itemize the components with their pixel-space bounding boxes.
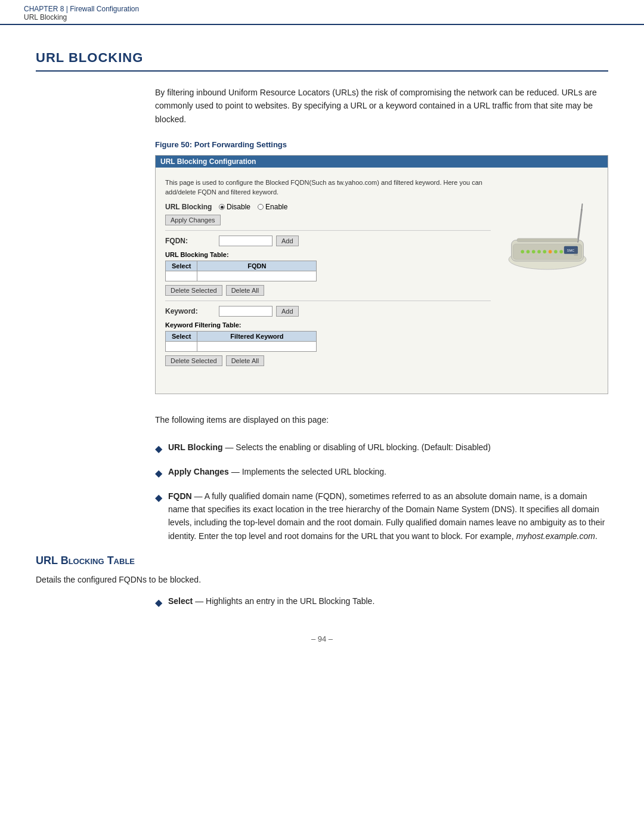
router-image: SMC	[491, 199, 604, 276]
enable-radio-dot[interactable]	[258, 204, 264, 210]
bullet-text-3: FQDN — A fully qualified domain name (FQ…	[168, 490, 608, 543]
sub-title-suffix: Table	[107, 555, 135, 566]
ui-title-bar: URL Blocking Configuration	[156, 156, 608, 168]
svg-point-7	[543, 250, 547, 254]
page-footer: – 94 –	[36, 634, 608, 655]
url-table-empty-fqdn	[197, 271, 317, 281]
bullet-desc-2: Implements the selected URL blocking.	[242, 467, 386, 476]
ui-form-area: This page is used to configure the Block…	[165, 175, 491, 384]
svg-point-10	[559, 250, 563, 254]
keyword-delete-selected-button[interactable]: Delete Selected	[165, 355, 222, 366]
sub-section-desc: Details the configured FQDNs to be block…	[36, 573, 608, 586]
sub-bullet-term: Select	[168, 596, 193, 606]
sub-section-title: URL Blocking Table	[36, 555, 608, 567]
keyword-input[interactable]	[219, 306, 273, 317]
keyword-table-empty-select	[166, 341, 197, 351]
svg-point-4	[527, 250, 530, 254]
bullet-item-fqdn: ◆ FQDN — A fully qualified domain name (…	[155, 490, 608, 543]
sub-section: URL Blocking Table Details the configure…	[36, 555, 608, 611]
sub-bullet-diamond: ◆	[155, 595, 162, 611]
bullet-list: ◆ URL Blocking — Selects the enabling or…	[155, 441, 608, 543]
bullet-item-apply-changes: ◆ Apply Changes — Implements the selecte…	[155, 465, 608, 481]
header-subtitle: URL Blocking	[24, 13, 620, 21]
bullet-italic-3: myhost.example.com	[516, 531, 595, 541]
page-number: – 94 –	[311, 634, 333, 643]
ui-screenshot-container: URL Blocking Configuration This page is …	[155, 155, 608, 394]
url-table-select-header: Select	[166, 261, 197, 271]
disable-label: Disable	[227, 203, 250, 211]
ui-box: This page is used to configure the Block…	[156, 168, 608, 394]
enable-radio-item[interactable]: Enable	[258, 203, 287, 211]
enable-label: Enable	[265, 203, 287, 211]
chapter-number: CHAPTER 8	[24, 5, 64, 13]
bullet-sep-1: —	[223, 442, 236, 452]
url-blocking-row: URL Blocking Disable Enable	[165, 203, 491, 211]
svg-line-13	[578, 210, 582, 242]
bullet-term-2: Apply Changes	[168, 467, 229, 476]
apply-changes-button[interactable]: Apply Changes	[165, 215, 221, 225]
url-table-fqdn-header: FQDN	[197, 261, 317, 271]
chapter-label: CHAPTER 8 | Firewall Configuration	[24, 5, 620, 13]
router-image-area: SMC	[491, 175, 598, 384]
ui-description: This page is used to configure the Block…	[165, 178, 491, 197]
keyword-table-label: Keyword Filtering Table:	[165, 321, 491, 329]
sub-title-main: Blocking	[61, 555, 107, 566]
bullet-item-url-blocking: ◆ URL Blocking — Selects the enabling or…	[155, 441, 608, 457]
url-table-empty-row	[166, 271, 317, 281]
section-title-url: URL	[36, 50, 69, 65]
chapter-title: Firewall Configuration	[70, 5, 139, 13]
keyword-delete-button-row: Delete Selected Delete All	[165, 355, 491, 366]
keyword-table-select-header: Select	[166, 331, 197, 341]
figure-caption: Figure 50: Port Forwarding Settings	[155, 140, 608, 149]
svg-rect-15	[517, 239, 578, 242]
bullet-term-3: FQDN	[168, 491, 192, 501]
keyword-table-filtered-header: Filtered Keyword	[197, 331, 317, 341]
url-delete-button-row: Delete Selected Delete All	[165, 285, 491, 296]
keyword-add-button[interactable]: Add	[276, 306, 299, 317]
sub-bullet-list: ◆ Select — Highlights an entry in the UR…	[155, 594, 608, 611]
svg-point-6	[537, 250, 541, 254]
radio-group: Disable Enable	[219, 203, 287, 211]
page-header: CHAPTER 8 | Firewall Configuration URL B…	[0, 0, 644, 25]
url-delete-selected-button[interactable]: Delete Selected	[165, 285, 222, 296]
fqdn-input[interactable]	[219, 236, 273, 246]
bullet-sep-3: —	[192, 491, 205, 501]
url-blocking-table-label: URL Blocking Table:	[165, 251, 491, 258]
sub-bullet-desc: Highlights an entry in the URL Blocking …	[206, 596, 374, 606]
bullet-diamond-3: ◆	[155, 490, 162, 506]
keyword-delete-all-button[interactable]: Delete All	[226, 355, 264, 366]
svg-point-9	[554, 250, 558, 254]
bullet-desc-1: Selects the enabling or disabling of URL…	[236, 442, 491, 452]
sub-bullet-sep: —	[193, 596, 206, 606]
section-title: URL Blocking	[36, 50, 608, 72]
sub-bullet-item-select: ◆ Select — Highlights an entry in the UR…	[155, 594, 608, 611]
bullet-after-italic-3: .	[595, 531, 597, 541]
keyword-label: Keyword:	[165, 307, 219, 315]
fqdn-add-button[interactable]: Add	[276, 236, 299, 246]
keyword-row: Keyword: Add	[165, 306, 491, 317]
keyword-filtering-table: Select Filtered Keyword	[165, 331, 317, 352]
bullet-diamond-2: ◆	[155, 466, 162, 481]
svg-point-5	[532, 250, 535, 254]
fqdn-row: FQDN: Add	[165, 236, 491, 246]
following-items-label: The following items are displayed on thi…	[155, 413, 608, 426]
apply-changes-row: Apply Changes	[165, 215, 491, 225]
svg-point-3	[521, 250, 524, 254]
divider-2	[165, 301, 491, 301]
keyword-table-empty-filtered	[197, 341, 317, 351]
sub-title-prefix: URL	[36, 555, 61, 566]
main-content: URL Blocking By filtering inbound Unifor…	[0, 26, 644, 679]
svg-line-14	[582, 204, 583, 209]
url-delete-all-button[interactable]: Delete All	[226, 285, 264, 296]
url-blocking-label: URL Blocking	[165, 203, 219, 211]
svg-point-8	[549, 250, 552, 254]
svg-text:SMC: SMC	[567, 249, 574, 252]
divider-1	[165, 230, 491, 231]
disable-radio-dot[interactable]	[219, 204, 225, 210]
bullet-diamond-1: ◆	[155, 441, 162, 457]
url-table-empty-select	[166, 271, 197, 281]
sub-bullet-text: Select — Highlights an entry in the URL …	[168, 594, 608, 608]
section-title-blocking: Blocking	[69, 50, 143, 65]
disable-radio-item[interactable]: Disable	[219, 203, 250, 211]
bullet-term-1: URL Blocking	[168, 442, 223, 452]
